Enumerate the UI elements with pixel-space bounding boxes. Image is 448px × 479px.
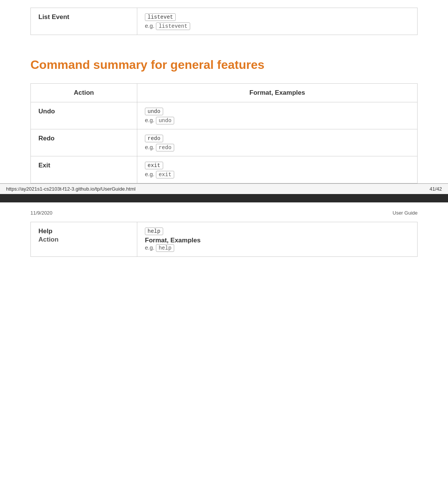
list-event-example-code: listevent <box>156 22 190 30</box>
status-bar-page-number: 41/42 <box>429 186 442 192</box>
example-prefix: e.g. <box>145 22 154 29</box>
page-42-title: User Guide <box>392 210 418 216</box>
exit-example-code: exit <box>156 171 174 178</box>
undo-format-line: undo <box>145 108 410 115</box>
undo-example-prefix: e.g. <box>145 117 154 123</box>
bottom-white-space <box>0 272 448 424</box>
list-event-label: List Event <box>38 13 69 21</box>
page-42-date: 11/9/2020 <box>30 210 52 216</box>
browser-status-bar: https://ay2021s1-cs2103t-f12-3.github.io… <box>0 183 448 194</box>
undo-action-cell: Undo <box>31 102 137 129</box>
status-bar-url: https://ay2021s1-cs2103t-f12-3.github.io… <box>6 186 135 192</box>
action-overlay-label: Action <box>38 236 129 243</box>
redo-example-code: redo <box>156 144 174 151</box>
help-example-prefix: e.g. <box>145 244 154 251</box>
exit-example-prefix: e.g. <box>145 171 154 177</box>
list-event-action-cell: List Event <box>31 8 137 35</box>
exit-format-code: exit <box>145 162 163 169</box>
format-examples-header: Format, Examples <box>137 84 418 102</box>
help-format-code: help <box>145 228 163 235</box>
help-action-overlay: Help Action <box>38 228 129 243</box>
section-heading: Command summary for general features <box>30 58 418 72</box>
help-format-examples-overlap: Format, Examples <box>145 237 410 244</box>
help-row: Help Action help Format, Examples <box>31 222 418 257</box>
redo-action-cell: Redo <box>31 129 137 156</box>
page-divider <box>0 194 448 202</box>
help-format-line: help <box>145 228 410 234</box>
page-42-header: 11/9/2020 User Guide <box>30 210 418 216</box>
help-format-overlay: help Format, Examples e.g. help <box>145 228 410 251</box>
format-examples-overlay-label: Format, Examples <box>145 237 200 244</box>
undo-label: Undo <box>38 108 55 115</box>
command-summary-table: Action Format, Examples Undo undo e.g <box>30 83 418 183</box>
redo-example-line: e.g. redo <box>145 144 410 151</box>
example-line: e.g. listevent <box>145 22 410 29</box>
list-event-format-code: listevet <box>145 13 176 21</box>
undo-example-code: undo <box>156 117 174 124</box>
table-row: List Event listevet e.g. listevent <box>31 8 418 35</box>
undo-format-cell: undo e.g. undo <box>137 102 418 129</box>
exit-format-cell: exit e.g. exit <box>137 156 418 183</box>
page-container: List Event listevet e.g. listevent Comma… <box>0 0 448 424</box>
undo-row: Undo undo e.g. undo <box>31 102 418 129</box>
redo-format-cell: redo e.g. redo <box>137 129 418 156</box>
help-format-cell: help Format, Examples e.g. help <box>137 222 418 257</box>
redo-label: Redo <box>38 135 55 142</box>
exit-action-cell: Exit <box>31 156 137 183</box>
redo-format-line: redo <box>145 135 410 142</box>
help-action-cell: Help Action <box>31 222 137 257</box>
redo-row: Redo redo e.g. redo <box>31 129 418 156</box>
action-header: Action <box>31 84 137 102</box>
help-example-line: e.g. help <box>145 244 410 251</box>
undo-format-code: undo <box>145 108 163 115</box>
list-event-format-cell: listevet e.g. listevent <box>137 8 418 35</box>
page-41: List Event listevet e.g. listevent Comma… <box>0 0 448 183</box>
help-label: Help <box>38 228 129 235</box>
list-event-table: List Event listevet e.g. listevent <box>30 8 418 35</box>
exit-example-line: e.g. exit <box>145 171 410 178</box>
redo-example-prefix: e.g. <box>145 144 154 150</box>
undo-example-line: e.g. undo <box>145 117 410 124</box>
exit-row: Exit exit e.g. exit <box>31 156 418 183</box>
page-42-help-table: Help Action help Format, Examples <box>30 222 418 257</box>
page-42: 11/9/2020 User Guide Help Action <box>0 202 448 272</box>
help-example-code: help <box>156 244 174 252</box>
exit-label: Exit <box>38 162 50 169</box>
redo-format-code: redo <box>145 135 163 142</box>
format-line: listevet <box>145 13 410 20</box>
exit-format-line: exit <box>145 162 410 169</box>
table-header-row: Action Format, Examples <box>31 84 418 102</box>
